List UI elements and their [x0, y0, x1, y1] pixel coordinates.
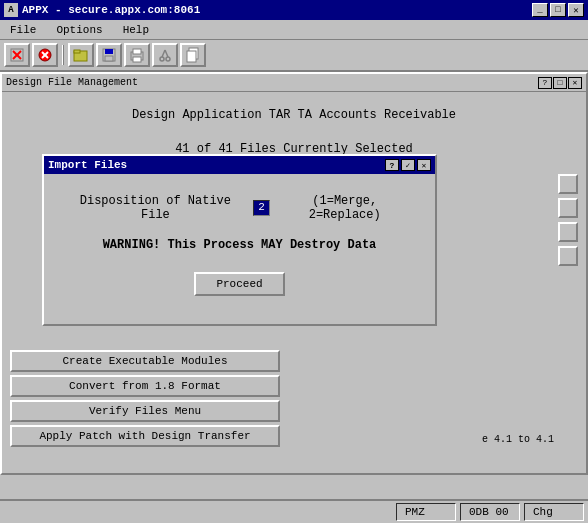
import-help-button[interactable]: ?	[385, 159, 399, 171]
toolbar-btn-copy[interactable]	[180, 43, 206, 67]
design-content: Design Application TAR TA Accounts Recei…	[2, 92, 586, 192]
title-bar: A APPX - secure.appx.com:8061 _ □ ✕	[0, 0, 588, 20]
import-dialog: Import Files ? ✓ ✕ Disposition of Native…	[42, 154, 437, 326]
minimize-button[interactable]: _	[532, 3, 548, 17]
svg-rect-7	[74, 50, 80, 53]
title-bar-buttons: _ □ ✕	[532, 3, 584, 17]
design-close-button[interactable]: ✕	[568, 77, 582, 89]
svg-rect-19	[187, 51, 196, 62]
disposition-row: Disposition of Native File 2 (1=Merge, 2…	[64, 194, 415, 222]
proceed-row: Proceed	[64, 272, 415, 296]
convert-format-button[interactable]: Convert from 1.8 Format	[10, 375, 280, 397]
import-close-button[interactable]: ✕	[417, 159, 431, 171]
import-title-btns: ? ✓ ✕	[385, 159, 431, 171]
close-button[interactable]: ✕	[568, 3, 584, 17]
import-check-button[interactable]: ✓	[401, 159, 415, 171]
warning-text: WARNING! This Process MAY Destroy Data	[64, 238, 415, 252]
maximize-button[interactable]: □	[550, 3, 566, 17]
disposition-input[interactable]: 2	[253, 200, 271, 216]
svg-point-14	[160, 57, 164, 61]
proceed-button[interactable]: Proceed	[194, 272, 284, 296]
svg-rect-10	[105, 56, 113, 61]
design-app-title: Design Application TAR TA Accounts Recei…	[2, 108, 586, 122]
import-dialog-title: Import Files	[48, 159, 127, 171]
import-content: Disposition of Native File 2 (1=Merge, 2…	[44, 174, 435, 324]
svg-rect-13	[133, 57, 141, 62]
menu-bar: File Options Help	[0, 20, 588, 40]
title-bar-left: A APPX - secure.appx.com:8061	[4, 3, 200, 17]
menu-file[interactable]: File	[4, 22, 42, 38]
disposition-label: Disposition of Native File	[64, 194, 247, 222]
toolbar-btn-stop[interactable]	[4, 43, 30, 67]
svg-rect-12	[133, 49, 141, 54]
svg-line-17	[165, 50, 168, 57]
toolbar	[0, 40, 588, 72]
design-window-title: Design File Management	[6, 77, 138, 88]
toolbar-btn-stop2[interactable]	[32, 43, 58, 67]
right-box-3	[558, 222, 578, 242]
toolbar-btn-save[interactable]	[96, 43, 122, 67]
toolbar-btn-cut[interactable]	[152, 43, 178, 67]
app-icon: A	[4, 3, 18, 17]
svg-point-15	[166, 57, 170, 61]
menu-options[interactable]: Options	[50, 22, 108, 38]
status-bar: PMZ 0DB 00 Chg	[0, 499, 588, 523]
svg-rect-9	[105, 49, 113, 54]
right-box-4	[558, 246, 578, 266]
right-box-1	[558, 174, 578, 194]
design-maximize-button[interactable]: □	[553, 77, 567, 89]
apply-patch-button[interactable]: Apply Patch with Design Transfer	[10, 425, 280, 447]
design-window-titlebar: Design File Management ? □ ✕	[2, 74, 586, 92]
window-title: APPX - secure.appx.com:8061	[22, 4, 200, 16]
status-db: 0DB 00	[460, 503, 520, 521]
toolbar-separator	[62, 45, 64, 65]
disposition-hint: (1=Merge, 2=Replace)	[274, 194, 415, 222]
menu-help[interactable]: Help	[117, 22, 155, 38]
status-chg: Chg	[524, 503, 584, 521]
status-pmz: PMZ	[396, 503, 456, 521]
toolbar-btn-open[interactable]	[68, 43, 94, 67]
right-boxes	[558, 174, 578, 266]
svg-line-16	[162, 50, 165, 57]
right-box-2	[558, 198, 578, 218]
verify-files-button[interactable]: Verify Files Menu	[10, 400, 280, 422]
bottom-buttons: Create Executable Modules Convert from 1…	[10, 350, 578, 447]
design-help-button[interactable]: ?	[538, 77, 552, 89]
design-window-title-btns: ? □ ✕	[538, 77, 582, 89]
import-dialog-titlebar: Import Files ? ✓ ✕	[44, 156, 435, 174]
design-window: Design File Management ? □ ✕ Design Appl…	[0, 72, 588, 475]
main-area: Design File Management ? □ ✕ Design Appl…	[0, 72, 588, 499]
toolbar-btn-print[interactable]	[124, 43, 150, 67]
create-executable-button[interactable]: Create Executable Modules	[10, 350, 280, 372]
